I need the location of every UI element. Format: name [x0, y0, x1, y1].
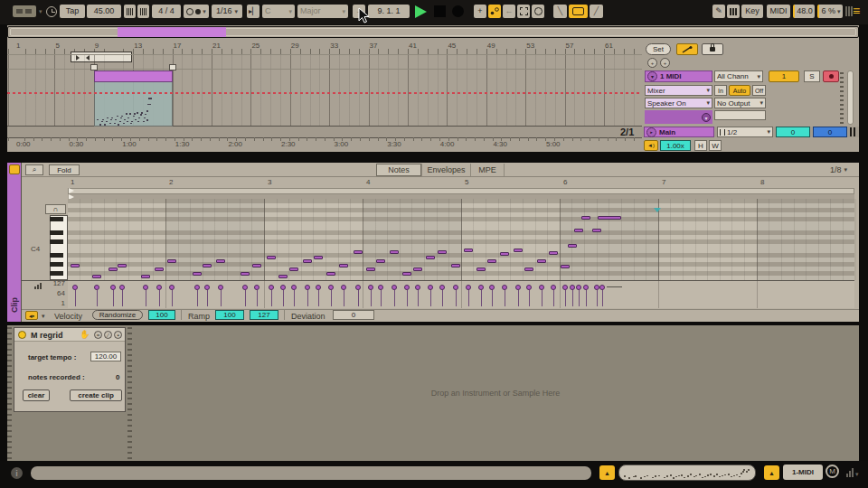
selection-box-button[interactable]	[517, 5, 530, 18]
zoom-search-button[interactable]: ⌕	[25, 164, 43, 175]
io-meter-value[interactable]: 48.0	[793, 5, 815, 18]
velocity-marker[interactable]	[218, 285, 223, 290]
zoom-height-button[interactable]: H	[694, 140, 707, 151]
tempo-follower-icon[interactable]	[46, 6, 57, 17]
metronome-button[interactable]: ▾	[184, 5, 209, 18]
arrangement-clip-body[interactable]	[94, 82, 173, 127]
velocity-stem[interactable]	[283, 290, 284, 306]
current-track-label[interactable]: 1-MIDI	[783, 465, 823, 480]
cpu-meter[interactable]: 6 %▾	[817, 5, 843, 18]
loop-button[interactable]	[569, 5, 588, 18]
velocity-stem[interactable]	[597, 290, 598, 306]
punch-in-marker-button[interactable]: +	[647, 58, 657, 68]
re-enable-automation-button[interactable]: ←	[503, 5, 515, 18]
arrangement-position-display[interactable]: 9. 1. 1	[368, 5, 410, 18]
velocity-stem[interactable]	[113, 290, 114, 306]
scroll-up-button[interactable]: ▲	[599, 465, 615, 480]
draw-mode-button[interactable]: ✎	[712, 5, 725, 18]
session-record-button[interactable]	[532, 5, 544, 18]
velocity-marker[interactable]	[269, 285, 274, 290]
velocity-stem[interactable]	[358, 290, 359, 306]
velocity-marker[interactable]	[583, 285, 589, 290]
velocity-stem[interactable]	[468, 290, 469, 306]
velocity-marker[interactable]	[415, 285, 420, 290]
velocity-marker[interactable]	[291, 285, 297, 290]
zoom-width-button[interactable]: W	[709, 140, 722, 151]
track-activator-button[interactable]: 1	[769, 70, 799, 82]
velocity-stem[interactable]	[122, 290, 123, 306]
monitor-off-button[interactable]: Off	[752, 85, 766, 96]
midi-note[interactable]	[267, 256, 276, 259]
ramp-from[interactable]: 100	[215, 310, 244, 320]
device-edit-button[interactable]: ∕	[104, 331, 112, 339]
midi-note[interactable]	[141, 275, 150, 278]
velocity-stem[interactable]	[579, 290, 580, 306]
velocity-stem[interactable]	[318, 290, 319, 306]
black-key[interactable]	[50, 217, 63, 221]
velocity-marker[interactable]	[539, 285, 544, 290]
velocity-marker[interactable]	[526, 285, 532, 290]
nudge-up-button[interactable]	[137, 5, 149, 18]
set-button[interactable]: Set	[646, 43, 671, 55]
link-toggle[interactable]	[13, 5, 36, 17]
midi-note[interactable]	[303, 259, 312, 263]
black-key[interactable]	[50, 253, 63, 258]
velocity-marker[interactable]	[428, 285, 433, 290]
velocity-marker[interactable]	[305, 285, 310, 290]
menu-hamburger-icon[interactable]: ≡	[853, 4, 860, 18]
velocity-marker[interactable]	[242, 285, 248, 290]
create-clip-button[interactable]: create clip	[70, 389, 122, 401]
velocity-stem[interactable]	[586, 290, 587, 306]
velocity-stem[interactable]	[572, 290, 573, 306]
velocity-stem[interactable]	[146, 290, 146, 306]
midi-note[interactable]	[354, 250, 363, 254]
nudge-down-button[interactable]	[124, 5, 136, 18]
velocity-marker[interactable]	[316, 285, 321, 290]
velocity-marker[interactable]	[576, 285, 581, 290]
loop-start-marker-icon[interactable]	[69, 188, 74, 193]
lane-fold-button[interactable]: ◂▪	[25, 311, 38, 320]
velocity-stem[interactable]	[172, 290, 173, 306]
cue-volume[interactable]: 0	[776, 127, 810, 137]
midi-note[interactable]	[500, 252, 509, 256]
play-button[interactable]	[415, 5, 427, 18]
midi-note[interactable]	[314, 256, 323, 259]
arrangement-scrollbar[interactable]	[847, 70, 854, 125]
track-fold-icon[interactable]: ▾	[647, 71, 657, 81]
velocity-marker[interactable]	[478, 285, 484, 290]
tab-notes[interactable]: Notes	[376, 164, 421, 176]
velocity-stem[interactable]	[565, 290, 566, 306]
velocity-stem[interactable]	[75, 290, 76, 306]
midi-note[interactable]	[464, 249, 473, 252]
velocity-stem[interactable]	[553, 290, 554, 306]
randomize-button[interactable]: Randomize	[92, 310, 143, 320]
velocity-marker[interactable]	[378, 285, 383, 290]
midi-map-button[interactable]: MIDI	[767, 5, 790, 18]
playback-speed[interactable]: 1.00x	[660, 140, 691, 151]
deviation-value[interactable]: 0	[333, 310, 374, 320]
tab-mpe[interactable]: MPE	[470, 164, 505, 176]
velocity-stem[interactable]	[294, 290, 295, 306]
velocity-stem[interactable]	[442, 290, 443, 306]
midi-note[interactable]	[326, 272, 335, 276]
velocity-marker[interactable]	[341, 285, 346, 290]
velocity-stem[interactable]	[97, 290, 98, 306]
velocity-stem[interactable]	[197, 290, 198, 306]
tab-envelopes[interactable]: Envelopes	[421, 164, 470, 176]
velocity-stem[interactable]	[344, 290, 344, 306]
scroll-up-button[interactable]: ▲	[764, 465, 779, 480]
midi-note[interactable]	[339, 264, 348, 267]
add-button[interactable]: +	[474, 5, 486, 18]
velocity-marker[interactable]	[599, 285, 605, 290]
midi-input-channel-select[interactable]: All Chann▾	[714, 70, 763, 82]
device-save-button[interactable]: ▪	[114, 331, 122, 339]
device-drag-strip[interactable]	[127, 327, 132, 459]
velocity-marker[interactable]	[110, 285, 116, 290]
velocity-stem[interactable]	[518, 290, 519, 306]
midi-note[interactable]	[598, 216, 621, 220]
scale-root-select[interactable]: C▾	[262, 5, 295, 18]
punch-in-button[interactable]: ╲	[553, 5, 567, 18]
velocity-marker[interactable]	[194, 285, 200, 290]
midi-note[interactable]	[108, 267, 118, 271]
mixer-device-select[interactable]: Mixer▾	[645, 85, 712, 96]
